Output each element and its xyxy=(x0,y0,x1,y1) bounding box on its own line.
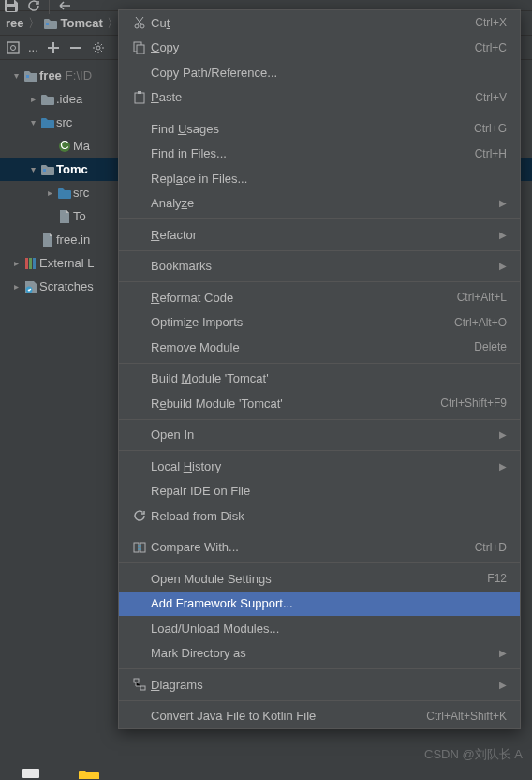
svg-rect-9 xyxy=(29,258,32,269)
menu-separator xyxy=(119,668,520,669)
menu-open-in[interactable]: Open In▶ xyxy=(119,423,520,448)
tree-path: F:\ID xyxy=(66,68,92,82)
shortcut: Ctrl+Alt+L xyxy=(457,291,507,304)
menu-bookmarks[interactable]: Bookmarks▶ xyxy=(119,254,520,279)
tree-label: .idea xyxy=(56,92,82,106)
menu-separator xyxy=(119,250,520,251)
menu-repair-ide[interactable]: Repair IDE on File xyxy=(119,479,520,504)
taskbar-app-icon[interactable] xyxy=(19,769,43,780)
menu-compare[interactable]: Compare With...Ctrl+D xyxy=(119,535,520,561)
svg-rect-19 xyxy=(140,543,145,552)
paste-icon xyxy=(128,91,151,104)
back-icon[interactable] xyxy=(57,0,72,13)
svg-point-3 xyxy=(96,46,100,50)
tree-label: Tomc xyxy=(56,162,88,176)
shortcut: Ctrl+Alt+O xyxy=(454,316,507,329)
taskbar-explorer-icon[interactable] xyxy=(77,769,101,780)
tree-label: src xyxy=(73,186,89,200)
chevron-right-icon: ▸ xyxy=(9,281,22,292)
tree-label: Ma xyxy=(73,139,90,153)
chevron-right-icon: ▸ xyxy=(26,94,39,104)
refresh-icon[interactable] xyxy=(26,0,41,13)
folder-icon xyxy=(39,164,56,175)
menu-separator xyxy=(119,419,520,420)
file-icon xyxy=(39,233,56,247)
menu-separator xyxy=(119,532,520,532)
svg-point-12 xyxy=(135,24,139,28)
svg-rect-20 xyxy=(134,679,139,682)
menu-find-in-files[interactable]: Find in Files...Ctrl+H xyxy=(119,142,520,167)
menu-add-framework[interactable]: Add Framework Support... xyxy=(119,592,520,617)
taskbar xyxy=(0,767,532,780)
svg-rect-18 xyxy=(134,543,139,552)
menu-replace[interactable]: Replace in Files... xyxy=(119,166,520,191)
expand-all-icon[interactable] xyxy=(46,40,61,55)
svg-rect-0 xyxy=(46,22,49,25)
menu-copy[interactable]: CopyCtrl+C xyxy=(119,36,520,61)
svg-rect-15 xyxy=(137,45,144,54)
menu-reformat[interactable]: Reformat CodeCtrl+Alt+L xyxy=(119,285,520,310)
svg-rect-17 xyxy=(138,91,141,94)
shortcut: Ctrl+D xyxy=(475,541,507,554)
menu-separator xyxy=(119,562,520,563)
svg-point-13 xyxy=(140,24,144,28)
menu-paste[interactable]: PasteCtrl+V xyxy=(119,85,520,111)
folder-icon xyxy=(39,117,56,128)
svg-rect-1 xyxy=(7,42,19,53)
menu-find-usages[interactable]: Find UsagesCtrl+G xyxy=(119,116,520,142)
svg-rect-16 xyxy=(135,93,144,103)
save-icon[interactable] xyxy=(4,0,19,13)
menu-local-history[interactable]: Local History▶ xyxy=(119,454,520,479)
menu-separator xyxy=(119,218,520,219)
menu-separator xyxy=(119,450,520,451)
cut-icon xyxy=(128,16,151,29)
shortcut: F12 xyxy=(487,572,507,585)
breadcrumb-project[interactable]: ree xyxy=(6,16,24,30)
menu-convert-kotlin[interactable]: Convert Java File to Kotlin FileCtrl+Alt… xyxy=(119,704,520,729)
menu-optimize-imports[interactable]: Optimize ImportsCtrl+Alt+O xyxy=(119,310,520,336)
folder-icon xyxy=(39,94,56,105)
chevron-right-icon: ▶ xyxy=(499,429,507,440)
menu-diagrams[interactable]: Diagrams▶ xyxy=(119,672,520,698)
breadcrumb-folder[interactable]: Tomcat xyxy=(61,16,103,30)
menu-mark-directory[interactable]: Mark Directory as▶ xyxy=(119,641,520,667)
menu-rebuild-module[interactable]: Rebuild Module 'Tomcat'Ctrl+Shift+F9 xyxy=(119,391,520,416)
svg-rect-4 xyxy=(26,75,29,78)
menu-refactor[interactable]: Refactor▶ xyxy=(119,222,520,248)
chevron-right-icon: ▶ xyxy=(499,198,507,208)
tree-label: Scratches xyxy=(39,279,94,293)
shortcut: Delete xyxy=(474,340,507,353)
menu-cut[interactable]: CutCtrl+X xyxy=(119,10,520,36)
settings-icon[interactable] xyxy=(91,40,106,55)
breadcrumb-sep: 〉 xyxy=(28,15,40,32)
select-opened-icon[interactable] xyxy=(6,40,21,55)
diagram-icon xyxy=(128,678,151,691)
svg-point-2 xyxy=(11,45,16,50)
copy-icon xyxy=(128,41,151,54)
menu-build-module[interactable]: Build Module 'Tomcat' xyxy=(119,367,520,392)
shortcut: Ctrl+C xyxy=(475,41,507,54)
chevron-right-icon: ▶ xyxy=(499,261,507,271)
svg-text:C: C xyxy=(60,140,68,152)
chevron-right-icon: ▶ xyxy=(499,230,507,240)
svg-rect-21 xyxy=(140,686,145,690)
tree-label: src xyxy=(56,115,72,129)
chevron-right-icon: ▶ xyxy=(499,461,507,472)
shortcut: Ctrl+H xyxy=(475,147,507,160)
tree-label: External L xyxy=(39,256,95,270)
menu-open-module-settings[interactable]: Open Module SettingsF12 xyxy=(119,566,520,592)
menu-reload-disk[interactable]: Reload from Disk xyxy=(119,503,520,529)
tree-label: free xyxy=(39,68,62,82)
class-icon: C xyxy=(56,140,73,153)
context-menu: CutCtrl+X CopyCtrl+C Copy Path/Reference… xyxy=(118,9,521,729)
menu-analyze[interactable]: Analyze▶ xyxy=(119,191,520,217)
scratch-icon xyxy=(22,280,39,293)
watermark: CSDN @刘队长 A xyxy=(424,746,523,763)
folder-icon xyxy=(56,188,73,199)
folder-icon xyxy=(44,18,57,29)
menu-remove-module[interactable]: Remove ModuleDelete xyxy=(119,335,520,360)
menu-separator xyxy=(119,700,520,701)
collapse-all-icon[interactable] xyxy=(68,40,83,55)
menu-copy-path[interactable]: Copy Path/Reference... xyxy=(119,60,520,85)
menu-load-unload[interactable]: Load/Unload Modules... xyxy=(119,616,520,641)
